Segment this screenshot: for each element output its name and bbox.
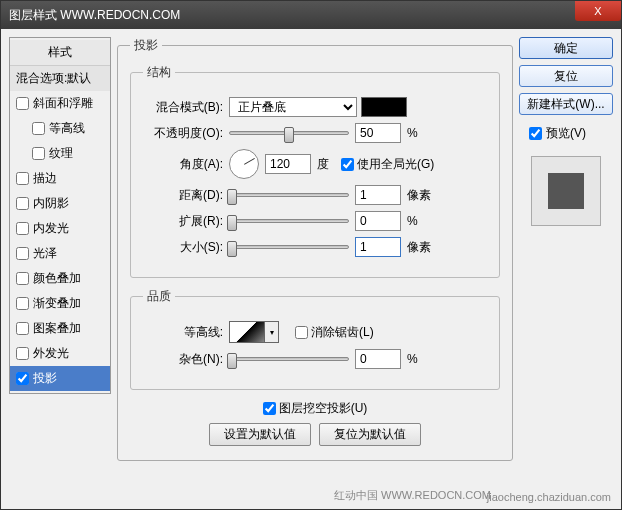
style-checkbox[interactable] [16, 322, 29, 335]
style-item-label: 图案叠加 [33, 320, 81, 337]
style-item-label: 描边 [33, 170, 57, 187]
style-checkbox[interactable] [16, 172, 29, 185]
style-item-7[interactable]: 颜色叠加 [10, 266, 110, 291]
noise-unit: % [407, 352, 437, 366]
structure-legend: 结构 [143, 64, 175, 81]
style-checkbox[interactable] [16, 97, 29, 110]
style-item-label: 光泽 [33, 245, 57, 262]
style-item-2[interactable]: 纹理 [10, 141, 110, 166]
distance-input[interactable] [355, 185, 401, 205]
structure-group: 结构 混合模式(B): 正片叠底 不透明度(O): % [130, 64, 500, 278]
style-checkbox[interactable] [16, 272, 29, 285]
cancel-button[interactable]: 复位 [519, 65, 613, 87]
blend-mode-label: 混合模式(B): [143, 99, 223, 116]
window-title: 图层样式 WWW.REDOCN.COM [9, 7, 180, 24]
spread-label: 扩展(R): [143, 213, 223, 230]
style-checkbox[interactable] [32, 122, 45, 135]
style-item-6[interactable]: 光泽 [10, 241, 110, 266]
distance-slider[interactable] [229, 193, 349, 197]
panel-title: 投影 [130, 37, 162, 54]
style-checkbox[interactable] [16, 197, 29, 210]
angle-label: 角度(A): [143, 156, 223, 173]
shadow-color-swatch[interactable] [361, 97, 407, 117]
style-item-9[interactable]: 图案叠加 [10, 316, 110, 341]
ok-button[interactable]: 确定 [519, 37, 613, 59]
size-label: 大小(S): [143, 239, 223, 256]
size-slider[interactable] [229, 245, 349, 249]
style-item-label: 斜面和浮雕 [33, 95, 93, 112]
opacity-input[interactable] [355, 123, 401, 143]
style-item-4[interactable]: 内阴影 [10, 191, 110, 216]
distance-unit: 像素 [407, 187, 437, 204]
contour-dropdown-icon[interactable]: ▾ [265, 321, 279, 343]
preview-box [531, 156, 601, 226]
antialias-input[interactable] [295, 326, 308, 339]
settings-panel: 投影 结构 混合模式(B): 正片叠底 不透明度(O): [117, 37, 513, 473]
antialias-checkbox[interactable]: 消除锯齿(L) [295, 324, 374, 341]
style-item-label: 内发光 [33, 220, 69, 237]
style-checkbox[interactable] [16, 372, 29, 385]
style-item-label: 纹理 [49, 145, 73, 162]
knockout-input[interactable] [263, 402, 276, 415]
noise-slider[interactable] [229, 357, 349, 361]
blend-mode-select[interactable]: 正片叠底 [229, 97, 357, 117]
style-checkbox[interactable] [16, 247, 29, 260]
reset-default-button[interactable]: 复位为默认值 [319, 423, 421, 446]
size-unit: 像素 [407, 239, 437, 256]
opacity-slider[interactable] [229, 131, 349, 135]
style-item-10[interactable]: 外发光 [10, 341, 110, 366]
quality-legend: 品质 [143, 288, 175, 305]
layer-style-dialog: 图层样式 WWW.REDOCN.COM X 样式 混合选项:默认 斜面和浮雕等高… [0, 0, 622, 510]
contour-label: 等高线: [143, 324, 223, 341]
spread-input[interactable] [355, 211, 401, 231]
quality-group: 品质 等高线: ▾ 消除锯齿(L) 杂色(N): [130, 288, 500, 390]
style-item-3[interactable]: 描边 [10, 166, 110, 191]
watermark-1: 红动中国 WWW.REDOCN.COM [334, 488, 491, 503]
styles-list-panel: 样式 混合选项:默认 斜面和浮雕等高线纹理描边内阴影内发光光泽颜色叠加渐变叠加图… [9, 37, 111, 473]
spread-slider[interactable] [229, 219, 349, 223]
style-item-label: 颜色叠加 [33, 270, 81, 287]
style-item-1[interactable]: 等高线 [10, 116, 110, 141]
content-area: 样式 混合选项:默认 斜面和浮雕等高线纹理描边内阴影内发光光泽颜色叠加渐变叠加图… [1, 29, 621, 481]
angle-unit: 度 [317, 156, 329, 173]
style-item-label: 等高线 [49, 120, 85, 137]
style-checkbox[interactable] [16, 347, 29, 360]
contour-swatch[interactable] [229, 321, 265, 343]
angle-input[interactable] [265, 154, 311, 174]
close-button[interactable]: X [575, 1, 621, 21]
style-checkbox[interactable] [16, 222, 29, 235]
noise-input[interactable] [355, 349, 401, 369]
style-item-label: 内阴影 [33, 195, 69, 212]
new-style-button[interactable]: 新建样式(W)... [519, 93, 613, 115]
style-item-11[interactable]: 投影 [10, 366, 110, 391]
style-item-8[interactable]: 渐变叠加 [10, 291, 110, 316]
blending-options-item[interactable]: 混合选项:默认 [10, 66, 110, 91]
opacity-unit: % [407, 126, 437, 140]
knockout-checkbox[interactable]: 图层挖空投影(U) [263, 400, 368, 417]
preview-swatch [548, 173, 584, 209]
global-light-checkbox[interactable]: 使用全局光(G) [341, 156, 434, 173]
style-item-0[interactable]: 斜面和浮雕 [10, 91, 110, 116]
preview-input[interactable] [529, 127, 542, 140]
spread-unit: % [407, 214, 437, 228]
global-light-input[interactable] [341, 158, 354, 171]
drop-shadow-fieldset: 投影 结构 混合模式(B): 正片叠底 不透明度(O): [117, 37, 513, 461]
noise-label: 杂色(N): [143, 351, 223, 368]
style-checkbox[interactable] [32, 147, 45, 160]
opacity-label: 不透明度(O): [143, 125, 223, 142]
style-checkbox[interactable] [16, 297, 29, 310]
style-item-label: 渐变叠加 [33, 295, 81, 312]
action-panel: 确定 复位 新建样式(W)... 预览(V) [519, 37, 613, 473]
angle-dial[interactable] [229, 149, 259, 179]
preview-checkbox[interactable]: 预览(V) [519, 121, 613, 146]
watermark-2: jiaocheng.chaziduan.com [487, 491, 611, 503]
titlebar: 图层样式 WWW.REDOCN.COM X [1, 1, 621, 29]
style-item-5[interactable]: 内发光 [10, 216, 110, 241]
style-item-label: 投影 [33, 370, 57, 387]
style-item-label: 外发光 [33, 345, 69, 362]
styles-header[interactable]: 样式 [10, 40, 110, 66]
make-default-button[interactable]: 设置为默认值 [209, 423, 311, 446]
distance-label: 距离(D): [143, 187, 223, 204]
size-input[interactable] [355, 237, 401, 257]
